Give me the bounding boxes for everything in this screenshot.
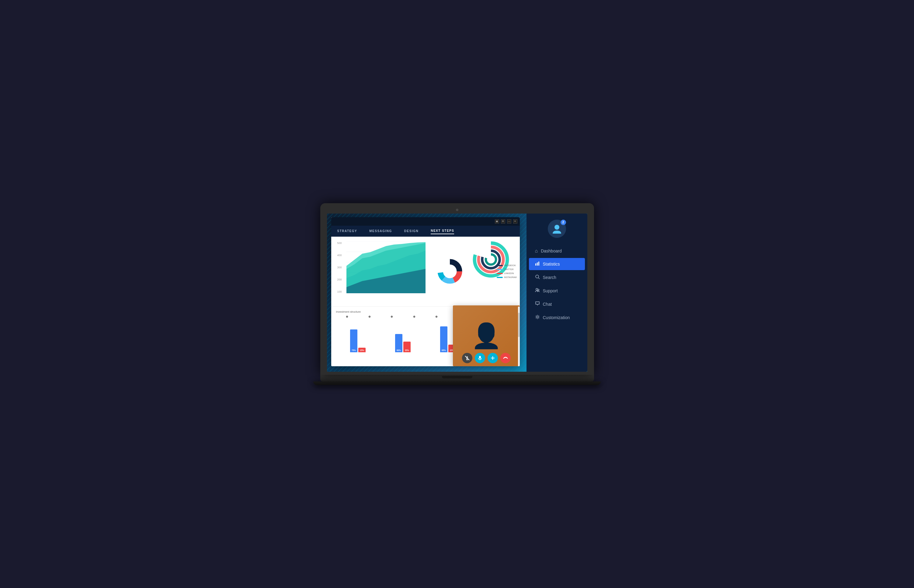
mute-button[interactable] [462, 353, 472, 363]
sidebar-item-statistics[interactable]: Statistics [529, 258, 585, 270]
bar-1-red: 15% [358, 348, 366, 352]
y-label-200: 200 [338, 278, 342, 281]
nav-strategy[interactable]: STRATEGY [338, 228, 357, 234]
area-chart [346, 242, 426, 293]
svg-rect-21 [535, 263, 536, 266]
facebook-label: FACEBOOK [497, 264, 517, 267]
nav-next-steps[interactable]: NEXT STEPS [431, 228, 454, 234]
bar-dot-1 [346, 316, 348, 318]
bar-2-blue: 60% [395, 334, 402, 352]
twitter-dot [497, 269, 503, 270]
sidebar-item-support-label: Support [543, 288, 558, 293]
screen: ▣ ⚙ — ✕ STRATEGY MESSAGING DESIGN NEXT S… [327, 213, 587, 372]
window-controls: ▣ ⚙ — ✕ [495, 219, 517, 224]
window-settings-btn[interactable]: ⚙ [501, 219, 505, 224]
svg-point-10 [444, 265, 456, 278]
svg-point-24 [536, 275, 539, 278]
add-button[interactable] [488, 353, 498, 363]
laptop-notch [442, 376, 472, 378]
app-scrollbar[interactable] [518, 307, 520, 366]
bar-dot-2 [369, 316, 370, 318]
instagram-dot [497, 277, 503, 278]
bar-chart-title: Investment structure [336, 310, 361, 313]
y-label-500: 500 [338, 242, 342, 245]
bar-dot-3 [391, 316, 393, 318]
svg-point-27 [538, 289, 539, 291]
bar-3-blue: 85% [440, 326, 447, 352]
sidebar-item-customization-label: Customization [543, 315, 570, 320]
linkedin-label: LINKEDIN [497, 272, 517, 275]
svg-point-14 [486, 254, 496, 264]
sidebar-item-chat-label: Chat [543, 302, 552, 307]
mic-button[interactable] [475, 353, 485, 363]
bar-1-red-label: 15% [360, 349, 364, 351]
app-nav: STRATEGY MESSAGING DESIGN NEXT STEPS [331, 226, 520, 237]
linkedin-dot [497, 273, 503, 274]
donut-chart-container [431, 237, 468, 306]
spiral-chart-container: FACEBOOK TWITTER LINKEDIN [468, 237, 520, 306]
bar-1-blue: 75% [350, 330, 357, 352]
bar-group-1: 75% 15% [350, 330, 366, 352]
sidebar-item-statistics-label: Statistics [543, 262, 560, 267]
area-chart-svg [346, 242, 426, 293]
title-bar: ▣ ⚙ — ✕ [331, 217, 520, 226]
svg-rect-22 [537, 263, 538, 266]
bar-2-red: 35% [403, 342, 411, 352]
sidebar-item-chat[interactable]: Chat [529, 298, 585, 310]
donut-chart-svg [436, 258, 463, 285]
avatar-icon [551, 223, 562, 234]
svg-point-20 [554, 225, 559, 230]
area-chart-container: 500 400 300 200 100 [331, 237, 431, 306]
app-content: 500 400 300 200 100 [331, 237, 520, 366]
svg-line-25 [538, 278, 539, 279]
video-controls [462, 353, 511, 363]
window-minimize-btn[interactable]: — [507, 219, 511, 224]
facebook-dot [497, 265, 503, 266]
app-window: ▣ ⚙ — ✕ STRATEGY MESSAGING DESIGN NEXT S… [331, 217, 520, 366]
bar-2-blue-label: 60% [397, 349, 401, 351]
bottom-section: Investment structure This year [331, 307, 520, 366]
scrollbar-thumb[interactable] [518, 313, 520, 337]
notification-badge: 2 [560, 220, 566, 225]
sidebar-item-search-label: Search [543, 275, 556, 280]
sidebar-item-support[interactable]: Support [529, 285, 585, 297]
search-icon [535, 275, 540, 281]
bar-dot-5 [436, 316, 438, 318]
screen-bezel: ▣ ⚙ — ✕ STRATEGY MESSAGING DESIGN NEXT S… [320, 203, 594, 375]
chat-icon [535, 301, 540, 307]
window-icon-btn[interactable]: ▣ [495, 219, 499, 224]
laptop: ▣ ⚙ — ✕ STRATEGY MESSAGING DESIGN NEXT S… [320, 203, 594, 385]
bar-3-blue-label: 85% [442, 349, 446, 351]
right-sidebar: 2 ⌂ Dashboard [526, 213, 587, 372]
camera [456, 209, 459, 211]
support-icon [535, 288, 540, 294]
end-call-button[interactable] [501, 353, 511, 363]
sidebar-nav: ⌂ Dashboard Statistics [526, 245, 587, 324]
svg-rect-16 [479, 356, 481, 359]
customization-icon [535, 315, 540, 321]
window-close-btn[interactable]: ✕ [513, 219, 517, 224]
nav-design[interactable]: DESIGN [404, 228, 418, 234]
svg-point-28 [536, 316, 538, 318]
video-call: 👤 [453, 305, 520, 366]
bar-1-blue-label: 75% [352, 349, 356, 351]
sidebar-item-dashboard[interactable]: ⌂ Dashboard [529, 245, 585, 257]
laptop-bottom-bar [313, 381, 601, 385]
bar-dot-4 [413, 316, 415, 318]
y-label-400: 400 [338, 254, 342, 257]
chart-y-axis: 500 400 300 200 100 [338, 242, 342, 293]
y-label-300: 300 [338, 266, 342, 269]
social-labels: FACEBOOK TWITTER LINKEDIN [497, 264, 517, 278]
bar-group-2: 60% 35% [395, 334, 411, 352]
nav-messaging[interactable]: MESSAGING [369, 228, 392, 234]
statistics-icon [535, 261, 540, 267]
dashboard-icon: ⌂ [535, 248, 538, 254]
sidebar-item-dashboard-label: Dashboard [541, 249, 562, 254]
sidebar-item-customization[interactable]: Customization [529, 312, 585, 324]
svg-rect-23 [538, 262, 539, 266]
bar-2-red-label: 35% [405, 349, 409, 351]
sidebar-item-search[interactable]: Search [529, 271, 585, 284]
avatar-container: 2 [548, 220, 566, 238]
top-section: 500 400 300 200 100 [331, 237, 520, 307]
y-label-100: 100 [338, 290, 342, 293]
